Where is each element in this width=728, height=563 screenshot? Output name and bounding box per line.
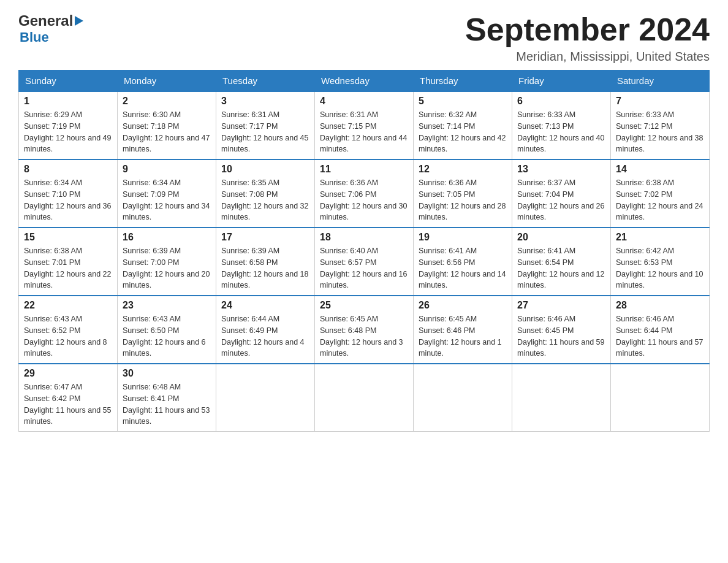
- day-number: 21: [616, 232, 704, 243]
- week-row-4: 22Sunrise: 6:43 AMSunset: 6:52 PMDayligh…: [19, 296, 710, 364]
- calendar-cell: 15Sunrise: 6:38 AMSunset: 7:01 PMDayligh…: [19, 228, 118, 296]
- day-number: 9: [123, 164, 211, 175]
- week-row-5: 29Sunrise: 6:47 AMSunset: 6:42 PMDayligh…: [19, 364, 710, 432]
- calendar-cell: 4Sunrise: 6:31 AMSunset: 7:15 PMDaylight…: [315, 91, 414, 159]
- day-number: 1: [24, 96, 112, 107]
- day-number: 23: [123, 300, 211, 311]
- day-header-sunday: Sunday: [19, 71, 118, 92]
- calendar-cell: 1Sunrise: 6:29 AMSunset: 7:19 PMDaylight…: [19, 91, 118, 159]
- day-number: 28: [616, 300, 704, 311]
- calendar-cell: 29Sunrise: 6:47 AMSunset: 6:42 PMDayligh…: [19, 364, 118, 432]
- calendar-cell: [414, 364, 512, 432]
- day-info: Sunrise: 6:33 AMSunset: 7:13 PMDaylight:…: [517, 109, 605, 155]
- day-number: 20: [517, 232, 605, 243]
- logo-arrow-icon: [75, 16, 83, 26]
- calendar-cell: 7Sunrise: 6:33 AMSunset: 7:12 PMDaylight…: [611, 91, 710, 159]
- day-info: Sunrise: 6:38 AMSunset: 7:02 PMDaylight:…: [616, 177, 704, 223]
- calendar-cell: 28Sunrise: 6:46 AMSunset: 6:44 PMDayligh…: [611, 296, 710, 364]
- day-info: Sunrise: 6:34 AMSunset: 7:10 PMDaylight:…: [24, 177, 112, 223]
- day-header-monday: Monday: [118, 71, 216, 92]
- day-number: 3: [221, 96, 309, 107]
- day-header-thursday: Thursday: [414, 71, 512, 92]
- calendar-cell: [512, 364, 611, 432]
- calendar-cell: 17Sunrise: 6:39 AMSunset: 6:58 PMDayligh…: [216, 228, 315, 296]
- day-header-row: SundayMondayTuesdayWednesdayThursdayFrid…: [19, 71, 710, 92]
- day-info: Sunrise: 6:42 AMSunset: 6:53 PMDaylight:…: [616, 245, 704, 291]
- day-info: Sunrise: 6:44 AMSunset: 6:49 PMDaylight:…: [221, 313, 309, 359]
- week-row-1: 1Sunrise: 6:29 AMSunset: 7:19 PMDaylight…: [19, 91, 710, 159]
- day-info: Sunrise: 6:37 AMSunset: 7:04 PMDaylight:…: [517, 177, 605, 223]
- calendar-cell: 25Sunrise: 6:45 AMSunset: 6:48 PMDayligh…: [315, 296, 414, 364]
- logo: General Blue: [18, 12, 83, 45]
- calendar-table: SundayMondayTuesdayWednesdayThursdayFrid…: [18, 70, 710, 432]
- calendar-cell: 22Sunrise: 6:43 AMSunset: 6:52 PMDayligh…: [19, 296, 118, 364]
- day-number: 27: [517, 300, 605, 311]
- calendar-cell: 21Sunrise: 6:42 AMSunset: 6:53 PMDayligh…: [611, 228, 710, 296]
- day-number: 2: [123, 96, 211, 107]
- day-info: Sunrise: 6:36 AMSunset: 7:06 PMDaylight:…: [320, 177, 408, 223]
- day-header-tuesday: Tuesday: [216, 71, 315, 92]
- day-info: Sunrise: 6:32 AMSunset: 7:14 PMDaylight:…: [419, 109, 507, 155]
- day-info: Sunrise: 6:40 AMSunset: 6:57 PMDaylight:…: [320, 245, 408, 291]
- calendar-cell: 16Sunrise: 6:39 AMSunset: 7:00 PMDayligh…: [118, 228, 216, 296]
- title-area: September 2024 Meridian, Mississippi, Un…: [465, 12, 710, 64]
- day-number: 11: [320, 164, 408, 175]
- calendar-cell: 24Sunrise: 6:44 AMSunset: 6:49 PMDayligh…: [216, 296, 315, 364]
- calendar-cell: 5Sunrise: 6:32 AMSunset: 7:14 PMDaylight…: [414, 91, 512, 159]
- calendar-cell: [315, 364, 414, 432]
- day-number: 17: [221, 232, 309, 243]
- day-info: Sunrise: 6:41 AMSunset: 6:56 PMDaylight:…: [419, 245, 507, 291]
- calendar-cell: 2Sunrise: 6:30 AMSunset: 7:18 PMDaylight…: [118, 91, 216, 159]
- calendar-cell: 12Sunrise: 6:36 AMSunset: 7:05 PMDayligh…: [414, 159, 512, 228]
- day-info: Sunrise: 6:46 AMSunset: 6:44 PMDaylight:…: [616, 313, 704, 359]
- calendar-cell: 8Sunrise: 6:34 AMSunset: 7:10 PMDaylight…: [19, 159, 118, 228]
- calendar-cell: 14Sunrise: 6:38 AMSunset: 7:02 PMDayligh…: [611, 159, 710, 228]
- day-number: 5: [419, 96, 507, 107]
- calendar-cell: 27Sunrise: 6:46 AMSunset: 6:45 PMDayligh…: [512, 296, 611, 364]
- day-number: 15: [24, 232, 112, 243]
- calendar-cell: 3Sunrise: 6:31 AMSunset: 7:17 PMDaylight…: [216, 91, 315, 159]
- calendar-cell: 11Sunrise: 6:36 AMSunset: 7:06 PMDayligh…: [315, 159, 414, 228]
- day-number: 12: [419, 164, 507, 175]
- location-title: Meridian, Mississippi, United States: [465, 50, 710, 64]
- calendar-cell: 26Sunrise: 6:45 AMSunset: 6:46 PMDayligh…: [414, 296, 512, 364]
- calendar-cell: 18Sunrise: 6:40 AMSunset: 6:57 PMDayligh…: [315, 228, 414, 296]
- day-number: 30: [123, 368, 211, 379]
- day-info: Sunrise: 6:43 AMSunset: 6:52 PMDaylight:…: [24, 313, 112, 359]
- day-info: Sunrise: 6:41 AMSunset: 6:54 PMDaylight:…: [517, 245, 605, 291]
- day-info: Sunrise: 6:31 AMSunset: 7:15 PMDaylight:…: [320, 109, 408, 155]
- calendar-cell: 6Sunrise: 6:33 AMSunset: 7:13 PMDaylight…: [512, 91, 611, 159]
- day-info: Sunrise: 6:39 AMSunset: 6:58 PMDaylight:…: [221, 245, 309, 291]
- calendar-cell: 30Sunrise: 6:48 AMSunset: 6:41 PMDayligh…: [118, 364, 216, 432]
- day-info: Sunrise: 6:43 AMSunset: 6:50 PMDaylight:…: [123, 313, 211, 359]
- day-number: 29: [24, 368, 112, 379]
- day-header-saturday: Saturday: [611, 71, 710, 92]
- header: General Blue September 2024 Meridian, Mi…: [18, 12, 710, 64]
- day-info: Sunrise: 6:45 AMSunset: 6:48 PMDaylight:…: [320, 313, 408, 359]
- day-number: 25: [320, 300, 408, 311]
- day-header-friday: Friday: [512, 71, 611, 92]
- day-number: 22: [24, 300, 112, 311]
- day-number: 18: [320, 232, 408, 243]
- day-info: Sunrise: 6:36 AMSunset: 7:05 PMDaylight:…: [419, 177, 507, 223]
- day-number: 13: [517, 164, 605, 175]
- day-info: Sunrise: 6:35 AMSunset: 7:08 PMDaylight:…: [221, 177, 309, 223]
- day-number: 8: [24, 164, 112, 175]
- day-number: 24: [221, 300, 309, 311]
- day-info: Sunrise: 6:34 AMSunset: 7:09 PMDaylight:…: [123, 177, 211, 223]
- day-info: Sunrise: 6:33 AMSunset: 7:12 PMDaylight:…: [616, 109, 704, 155]
- logo-row1: General: [18, 12, 83, 29]
- calendar-cell: 19Sunrise: 6:41 AMSunset: 6:56 PMDayligh…: [414, 228, 512, 296]
- day-info: Sunrise: 6:39 AMSunset: 7:00 PMDaylight:…: [123, 245, 211, 291]
- day-number: 14: [616, 164, 704, 175]
- week-row-3: 15Sunrise: 6:38 AMSunset: 7:01 PMDayligh…: [19, 228, 710, 296]
- day-info: Sunrise: 6:48 AMSunset: 6:41 PMDaylight:…: [123, 381, 211, 427]
- calendar-cell: 20Sunrise: 6:41 AMSunset: 6:54 PMDayligh…: [512, 228, 611, 296]
- calendar-cell: 10Sunrise: 6:35 AMSunset: 7:08 PMDayligh…: [216, 159, 315, 228]
- day-number: 6: [517, 96, 605, 107]
- day-number: 7: [616, 96, 704, 107]
- calendar-cell: 23Sunrise: 6:43 AMSunset: 6:50 PMDayligh…: [118, 296, 216, 364]
- day-info: Sunrise: 6:38 AMSunset: 7:01 PMDaylight:…: [24, 245, 112, 291]
- day-info: Sunrise: 6:46 AMSunset: 6:45 PMDaylight:…: [517, 313, 605, 359]
- logo-general-text: General: [18, 12, 73, 29]
